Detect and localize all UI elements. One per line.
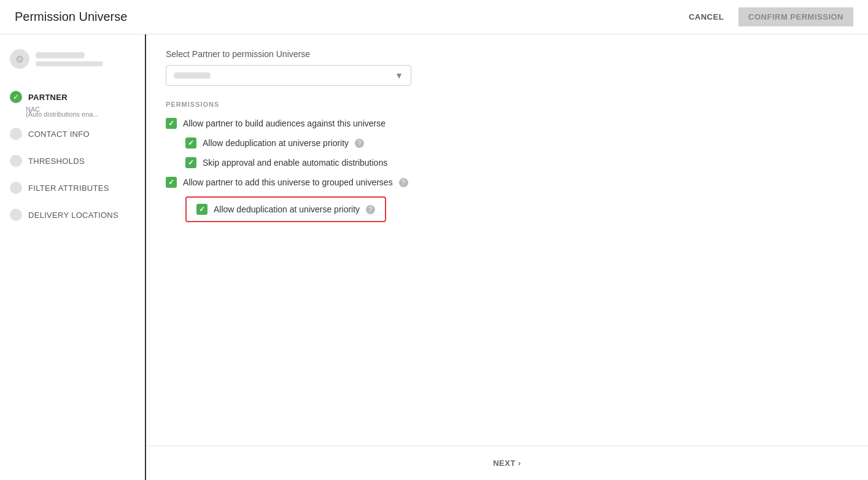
sidebar-label-thresholds: THRESHOLDS <box>28 157 85 166</box>
sidebar-label-contact-info: CONTACT INFO <box>28 130 90 139</box>
permission-item-grouped-universes: ✓ Allow partner to add this universe to … <box>166 177 848 188</box>
confirm-permission-button[interactable]: CONFIRM PERMISSION <box>738 7 853 26</box>
profile-name <box>36 52 85 58</box>
next-button[interactable]: NEXT › <box>493 459 521 468</box>
info-icon-grouped-universes[interactable]: ? <box>399 178 408 187</box>
profile-icon: ⚙ <box>10 49 29 69</box>
sidebar-item-contact-info[interactable]: CONTACT INFO <box>0 120 145 147</box>
permission-text-dedup-universe: Allow deduplication at universe priority <box>203 138 349 148</box>
select-partner-label: Select Partner to permission Universe <box>166 49 848 59</box>
permission-text-skip-approval: Skip approval and enable automatic distr… <box>203 158 387 168</box>
checkbox-dedup-universe[interactable]: ✓ <box>185 137 196 149</box>
partner-select-dropdown[interactable]: ▼ <box>166 65 411 86</box>
highlighted-permission-dedup: ✓ Allow deduplication at universe priori… <box>185 196 386 222</box>
page-title: Permission Universe <box>15 10 127 24</box>
checkbox-dedup-highlighted[interactable]: ✓ <box>196 204 207 215</box>
step-indicator-contact-info <box>10 128 22 140</box>
permission-text-dedup-highlighted: Allow deduplication at universe priority <box>214 204 360 214</box>
next-label: NEXT <box>493 459 516 468</box>
permission-text-grouped-universes: Allow partner to add this universe to gr… <box>183 177 393 187</box>
step-indicator-thresholds <box>10 155 22 167</box>
permission-item-skip-approval: ✓ Skip approval and enable automatic dis… <box>166 157 848 168</box>
partner-select-value <box>174 72 211 79</box>
sidebar-item-delivery-locations[interactable]: DELIVERY LOCATIONS <box>0 201 145 228</box>
permissions-section-label: PERMISSIONS <box>166 101 848 108</box>
header: Permission Universe CANCEL CONFIRM PERMI… <box>0 0 868 34</box>
checkbox-build-audiences[interactable]: ✓ <box>166 118 177 129</box>
content-area: Select Partner to permission Universe ▼ … <box>146 34 868 480</box>
sidebar-label-partner: PARTNER <box>28 93 68 102</box>
step-indicator-filter-attributes <box>10 182 22 194</box>
info-icon-dedup-highlighted[interactable]: ? <box>366 205 375 214</box>
content-footer: NEXT › <box>146 446 868 480</box>
sidebar-label-filter-attributes: FILTER ATTRIBUTES <box>28 184 109 193</box>
profile-info <box>36 52 103 66</box>
permission-text-build-audiences: Allow partner to build audiences against… <box>183 118 386 128</box>
sidebar-label-delivery-locations: DELIVERY LOCATIONS <box>28 211 118 220</box>
info-icon-dedup-universe[interactable]: ? <box>355 139 364 148</box>
profile-sub <box>36 61 103 66</box>
next-arrow-icon: › <box>518 459 521 468</box>
main-layout: ⚙ ✓ PARTNER NAC (Auto distributions ena.… <box>0 34 868 480</box>
cancel-button[interactable]: CANCEL <box>679 7 734 26</box>
sidebar-item-thresholds[interactable]: THRESHOLDS <box>0 147 145 174</box>
step-indicator-delivery-locations <box>10 209 22 221</box>
permission-item-dedup-universe: ✓ Allow deduplication at universe priori… <box>166 137 848 149</box>
sidebar-item-filter-attributes[interactable]: FILTER ATTRIBUTES <box>0 174 145 201</box>
sidebar-profile: ⚙ <box>0 44 145 79</box>
sidebar-sub-partner-auto: (Auto distributions ena... <box>0 110 145 120</box>
chevron-down-icon: ▼ <box>395 71 403 80</box>
permission-item-build-audiences: ✓ Allow partner to build audiences again… <box>166 118 848 129</box>
sidebar: ⚙ ✓ PARTNER NAC (Auto distributions ena.… <box>0 34 146 480</box>
checkbox-skip-approval[interactable]: ✓ <box>185 157 196 168</box>
checkbox-grouped-universes[interactable]: ✓ <box>166 177 177 188</box>
header-actions: CANCEL CONFIRM PERMISSION <box>679 7 853 26</box>
step-indicator-partner: ✓ <box>10 91 22 103</box>
